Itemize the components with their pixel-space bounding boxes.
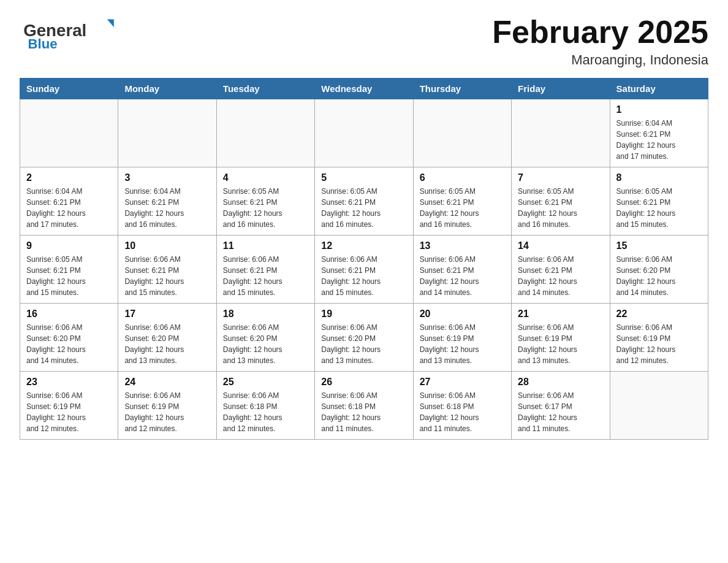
day-number: 23 — [26, 377, 112, 388]
table-row: 9Sunrise: 6:05 AMSunset: 6:21 PMDaylight… — [20, 236, 118, 304]
table-row: 25Sunrise: 6:06 AMSunset: 6:18 PMDayligh… — [216, 372, 314, 440]
header-saturday: Saturday — [610, 79, 708, 99]
day-number: 8 — [616, 172, 702, 183]
day-number: 25 — [223, 377, 308, 388]
day-info: Sunrise: 6:06 AMSunset: 6:21 PMDaylight:… — [321, 254, 406, 298]
svg-marker-1 — [107, 19, 114, 27]
day-number: 18 — [223, 308, 308, 320]
svg-text:Blue: Blue — [28, 36, 58, 52]
day-number: 16 — [26, 308, 112, 320]
day-number: 3 — [124, 172, 210, 183]
calendar-title: February 2025 — [492, 15, 708, 50]
header-wednesday: Wednesday — [315, 79, 413, 99]
day-info: Sunrise: 6:04 AMSunset: 6:21 PMDaylight:… — [26, 186, 112, 230]
day-info: Sunrise: 6:06 AMSunset: 6:19 PMDaylight:… — [26, 390, 112, 434]
day-number: 7 — [518, 172, 603, 183]
day-info: Sunrise: 6:06 AMSunset: 6:19 PMDaylight:… — [124, 390, 210, 434]
calendar-table: Sunday Monday Tuesday Wednesday Thursday… — [20, 78, 708, 440]
day-info: Sunrise: 6:06 AMSunset: 6:17 PMDaylight:… — [518, 390, 603, 434]
day-info: Sunrise: 6:06 AMSunset: 6:21 PMDaylight:… — [420, 254, 505, 298]
day-info: Sunrise: 6:05 AMSunset: 6:21 PMDaylight:… — [616, 186, 702, 230]
table-row — [512, 99, 610, 167]
day-number: 15 — [616, 240, 702, 251]
table-row: 28Sunrise: 6:06 AMSunset: 6:17 PMDayligh… — [512, 372, 610, 440]
table-row: 15Sunrise: 6:06 AMSunset: 6:20 PMDayligh… — [610, 236, 708, 304]
table-row — [315, 99, 413, 167]
day-number: 26 — [321, 377, 406, 388]
table-row: 19Sunrise: 6:06 AMSunset: 6:20 PMDayligh… — [315, 304, 413, 372]
day-number: 9 — [26, 240, 112, 251]
table-row: 6Sunrise: 6:05 AMSunset: 6:21 PMDaylight… — [413, 167, 511, 236]
table-row: 2Sunrise: 6:04 AMSunset: 6:21 PMDaylight… — [20, 167, 118, 236]
day-info: Sunrise: 6:05 AMSunset: 6:21 PMDaylight:… — [223, 186, 308, 230]
table-row: 24Sunrise: 6:06 AMSunset: 6:19 PMDayligh… — [118, 372, 216, 440]
logo: General Blue — [20, 15, 118, 52]
day-number: 14 — [518, 240, 603, 251]
title-block: February 2025 Maroanging, Indonesia — [492, 15, 708, 68]
day-number: 22 — [616, 308, 702, 320]
day-info: Sunrise: 6:06 AMSunset: 6:20 PMDaylight:… — [223, 322, 308, 366]
table-row — [413, 99, 511, 167]
day-info: Sunrise: 6:06 AMSunset: 6:19 PMDaylight:… — [420, 322, 505, 366]
table-row: 21Sunrise: 6:06 AMSunset: 6:19 PMDayligh… — [512, 304, 610, 372]
day-number: 5 — [321, 172, 406, 183]
day-info: Sunrise: 6:06 AMSunset: 6:20 PMDaylight:… — [616, 254, 702, 298]
day-info: Sunrise: 6:05 AMSunset: 6:21 PMDaylight:… — [321, 186, 406, 230]
table-row: 14Sunrise: 6:06 AMSunset: 6:21 PMDayligh… — [512, 236, 610, 304]
day-number: 13 — [420, 240, 505, 251]
table-row: 10Sunrise: 6:06 AMSunset: 6:21 PMDayligh… — [118, 236, 216, 304]
table-row: 1Sunrise: 6:04 AMSunset: 6:21 PMDaylight… — [610, 99, 708, 167]
table-row — [610, 372, 708, 440]
day-info: Sunrise: 6:06 AMSunset: 6:18 PMDaylight:… — [321, 390, 406, 434]
day-number: 20 — [420, 308, 505, 320]
day-info: Sunrise: 6:06 AMSunset: 6:20 PMDaylight:… — [321, 322, 406, 366]
table-row: 18Sunrise: 6:06 AMSunset: 6:20 PMDayligh… — [216, 304, 314, 372]
header-sunday: Sunday — [20, 79, 118, 99]
header-tuesday: Tuesday — [216, 79, 314, 99]
day-info: Sunrise: 6:05 AMSunset: 6:21 PMDaylight:… — [518, 186, 603, 230]
table-row: 23Sunrise: 6:06 AMSunset: 6:19 PMDayligh… — [20, 372, 118, 440]
calendar-week-3: 16Sunrise: 6:06 AMSunset: 6:20 PMDayligh… — [20, 304, 708, 372]
day-info: Sunrise: 6:06 AMSunset: 6:20 PMDaylight:… — [124, 322, 210, 366]
table-row: 26Sunrise: 6:06 AMSunset: 6:18 PMDayligh… — [315, 372, 413, 440]
day-info: Sunrise: 6:05 AMSunset: 6:21 PMDaylight:… — [420, 186, 505, 230]
day-info: Sunrise: 6:06 AMSunset: 6:21 PMDaylight:… — [223, 254, 308, 298]
day-number: 11 — [223, 240, 308, 251]
day-info: Sunrise: 6:04 AMSunset: 6:21 PMDaylight:… — [616, 118, 702, 162]
day-info: Sunrise: 6:06 AMSunset: 6:20 PMDaylight:… — [26, 322, 112, 366]
day-info: Sunrise: 6:05 AMSunset: 6:21 PMDaylight:… — [26, 254, 112, 298]
table-row: 3Sunrise: 6:04 AMSunset: 6:21 PMDaylight… — [118, 167, 216, 236]
calendar-week-1: 2Sunrise: 6:04 AMSunset: 6:21 PMDaylight… — [20, 167, 708, 236]
table-row: 4Sunrise: 6:05 AMSunset: 6:21 PMDaylight… — [216, 167, 314, 236]
calendar-week-2: 9Sunrise: 6:05 AMSunset: 6:21 PMDaylight… — [20, 236, 708, 304]
day-number: 10 — [124, 240, 210, 251]
calendar-subtitle: Maroanging, Indonesia — [492, 52, 708, 68]
day-info: Sunrise: 6:06 AMSunset: 6:19 PMDaylight:… — [616, 322, 702, 366]
day-number: 2 — [26, 172, 112, 183]
day-info: Sunrise: 6:06 AMSunset: 6:21 PMDaylight:… — [518, 254, 603, 298]
header-friday: Friday — [512, 79, 610, 99]
table-row: 11Sunrise: 6:06 AMSunset: 6:21 PMDayligh… — [216, 236, 314, 304]
header-thursday: Thursday — [413, 79, 511, 99]
table-row: 27Sunrise: 6:06 AMSunset: 6:18 PMDayligh… — [413, 372, 511, 440]
table-row: 12Sunrise: 6:06 AMSunset: 6:21 PMDayligh… — [315, 236, 413, 304]
table-row: 13Sunrise: 6:06 AMSunset: 6:21 PMDayligh… — [413, 236, 511, 304]
calendar-week-0: 1Sunrise: 6:04 AMSunset: 6:21 PMDaylight… — [20, 99, 708, 167]
day-number: 6 — [420, 172, 505, 183]
table-row — [20, 99, 118, 167]
table-row — [216, 99, 314, 167]
table-row: 22Sunrise: 6:06 AMSunset: 6:19 PMDayligh… — [610, 304, 708, 372]
page-header: General Blue February 2025 Maroanging, I… — [20, 15, 708, 68]
day-number: 19 — [321, 308, 406, 320]
day-number: 17 — [124, 308, 210, 320]
calendar-week-4: 23Sunrise: 6:06 AMSunset: 6:19 PMDayligh… — [20, 372, 708, 440]
day-number: 28 — [518, 377, 603, 388]
day-number: 27 — [420, 377, 505, 388]
day-number: 4 — [223, 172, 308, 183]
weekday-header-row: Sunday Monday Tuesday Wednesday Thursday… — [20, 79, 708, 99]
table-row: 8Sunrise: 6:05 AMSunset: 6:21 PMDaylight… — [610, 167, 708, 236]
day-info: Sunrise: 6:06 AMSunset: 6:18 PMDaylight:… — [420, 390, 505, 434]
day-number: 1 — [616, 104, 702, 115]
day-number: 21 — [518, 308, 603, 320]
day-number: 24 — [124, 377, 210, 388]
